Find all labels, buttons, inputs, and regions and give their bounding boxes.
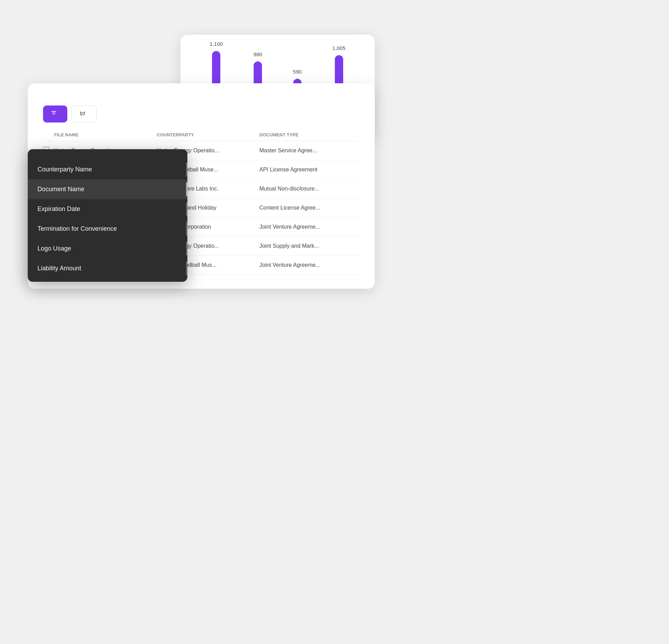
column-picker-dropdown: Counterparty NameDocument NameExpiration… (28, 149, 187, 282)
repo-toolbar (43, 105, 359, 122)
dropdown-item-label: Liability Amount (37, 265, 81, 272)
cell-doctype: Joint Venture Agreeme... (260, 256, 360, 275)
dropdown-item-indicator (186, 182, 187, 196)
dropdown-item-label: Logo Usage (37, 245, 71, 252)
cell-doctype: Content License Agree... (260, 198, 360, 218)
cell-doctype: API License Agreement (260, 160, 360, 179)
dropdown-item-indicator (186, 242, 187, 256)
dropdown-item-label: Expiration Date (37, 205, 80, 213)
dropdown-item-logo-usage[interactable]: Logo Usage (28, 239, 187, 259)
sort-icon (79, 110, 86, 118)
dropdown-item-label: Counterparty Name (37, 166, 92, 173)
dropdown-item-label: Document Name (37, 186, 84, 193)
dropdown-item-document-name[interactable]: Document Name (28, 179, 187, 199)
dropdown-item-indicator (186, 202, 187, 216)
dropdown-item-liability-amount[interactable]: Liability Amount (28, 259, 187, 278)
table-header-filename: FILE NAME (54, 132, 157, 141)
chart-bar-value-q2: 980 (254, 51, 262, 57)
dropdown-item-indicator (186, 162, 187, 177)
sort-button[interactable] (71, 105, 96, 122)
chart-bar-value-q1: 1,100 (210, 41, 223, 47)
table-header-counterparty: COUNTERPARTY (157, 132, 260, 141)
chart-bar-value-q4: 1,005 (332, 45, 346, 51)
filter-icon (51, 110, 57, 118)
cell-doctype: Master Service Agree... (260, 141, 360, 160)
filters-button[interactable] (43, 105, 67, 122)
cell-doctype: Joint Supply and Mark... (260, 237, 360, 256)
dropdown-item-termination-for-convenience[interactable]: Termination for Convenience (28, 219, 187, 239)
dropdown-item-indicator (186, 261, 187, 276)
table-header-checkbox (43, 132, 54, 141)
dropdown-item-counterparty-name[interactable]: Counterparty Name (28, 160, 187, 179)
chart-bar-value-q3: 590 (293, 69, 302, 75)
cell-doctype: Joint Venture Agreeme... (260, 218, 360, 237)
cell-doctype: Mutual Non-disclosure... (260, 179, 360, 198)
table-header-doctype: DOCUMENT TYPE (260, 132, 360, 141)
dropdown-section-label (28, 156, 187, 160)
dropdown-item-expiration-date[interactable]: Expiration Date (28, 199, 187, 219)
dropdown-item-label: Termination for Convenience (37, 225, 117, 232)
dropdown-item-indicator (186, 222, 187, 236)
